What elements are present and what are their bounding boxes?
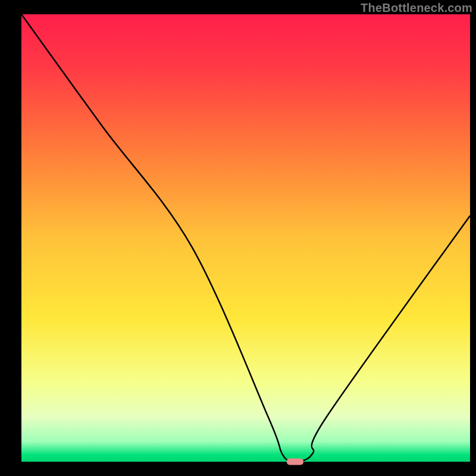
plot-background — [21, 14, 470, 462]
optimal-marker — [287, 459, 303, 465]
chart-svg — [0, 0, 476, 476]
watermark-text: TheBottleneck.com — [361, 1, 472, 15]
chart-frame: TheBottleneck.com — [0, 0, 476, 476]
